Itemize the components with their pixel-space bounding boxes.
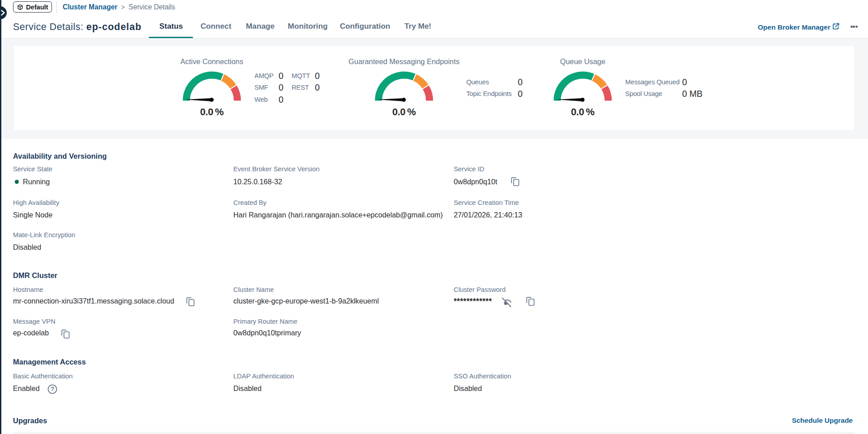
svg-text:?: ? xyxy=(51,386,54,392)
